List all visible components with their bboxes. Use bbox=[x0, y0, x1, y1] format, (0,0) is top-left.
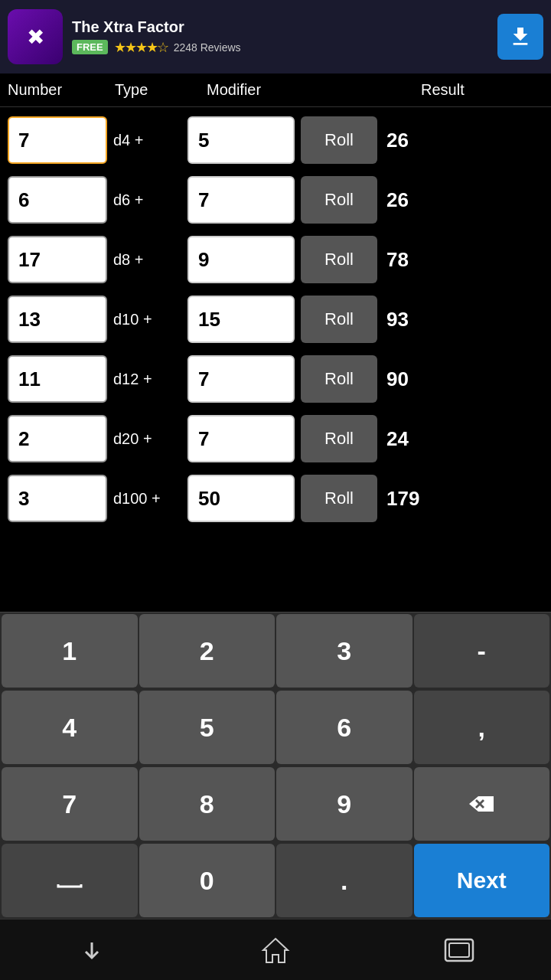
result-value-1: 26 bbox=[386, 188, 432, 212]
column-headers: Number Type Modifier Result bbox=[0, 74, 551, 107]
ad-free-badge: FREE bbox=[72, 40, 108, 54]
dice-row: 17 d8 + 9 Roll 78 bbox=[0, 230, 551, 289]
ad-meta: FREE ★★★★☆ 2248 Reviews bbox=[72, 39, 488, 56]
key-3[interactable]: 3 bbox=[276, 614, 412, 688]
dice-type-1: d6 + bbox=[107, 191, 187, 209]
home-icon bbox=[260, 935, 291, 965]
number-input-2[interactable]: 17 bbox=[8, 236, 107, 283]
ad-download-button[interactable] bbox=[497, 14, 543, 60]
dice-type-0: d4 + bbox=[107, 132, 187, 149]
key-next[interactable]: Next bbox=[414, 844, 550, 917]
key--[interactable]: . bbox=[276, 844, 412, 917]
key-0[interactable]: 0 bbox=[139, 844, 276, 917]
number-input-6[interactable]: 3 bbox=[8, 475, 107, 522]
modifier-input-4[interactable]: 7 bbox=[187, 355, 295, 403]
modifier-input-5[interactable]: 7 bbox=[187, 415, 295, 462]
header-number: Number bbox=[8, 81, 115, 99]
number-input-0[interactable]: 7 bbox=[8, 116, 107, 164]
ad-banner[interactable]: ✖ The Xtra Factor FREE ★★★★☆ 2248 Review… bbox=[0, 0, 551, 74]
number-input-1[interactable]: 6 bbox=[8, 176, 107, 224]
roll-button-2[interactable]: Roll bbox=[301, 236, 377, 283]
roll-button-6[interactable]: Roll bbox=[301, 475, 377, 522]
dice-type-4: d12 + bbox=[107, 371, 187, 388]
dice-table: 7 d4 + 5 Roll 26 6 d6 + 7 Roll 26 17 d8 … bbox=[0, 107, 551, 531]
modifier-input-0[interactable]: 5 bbox=[187, 116, 295, 164]
result-value-3: 93 bbox=[386, 308, 432, 332]
dice-type-5: d20 + bbox=[107, 430, 187, 448]
result-value-4: 90 bbox=[386, 368, 432, 391]
key--[interactable]: , bbox=[414, 691, 550, 764]
key-5[interactable]: 5 bbox=[139, 691, 276, 764]
roll-button-0[interactable]: Roll bbox=[301, 116, 377, 164]
result-value-0: 26 bbox=[386, 129, 432, 152]
header-result: Result bbox=[413, 81, 543, 99]
dice-row: 7 d4 + 5 Roll 26 bbox=[0, 110, 551, 170]
roll-button-1[interactable]: Roll bbox=[301, 176, 377, 224]
header-type: Type bbox=[115, 81, 207, 99]
result-value-2: 78 bbox=[386, 248, 432, 272]
result-value-5: 24 bbox=[386, 427, 432, 451]
key--[interactable]: - bbox=[414, 614, 550, 688]
recents-button[interactable] bbox=[429, 927, 490, 973]
back-icon bbox=[77, 935, 107, 965]
dice-row: 11 d12 + 7 Roll 90 bbox=[0, 349, 551, 409]
roll-button-5[interactable]: Roll bbox=[301, 415, 377, 462]
key-7[interactable]: 7 bbox=[2, 767, 138, 841]
key-8[interactable]: 8 bbox=[139, 767, 276, 841]
svg-marker-0 bbox=[263, 939, 288, 962]
key-9[interactable]: 9 bbox=[276, 767, 412, 841]
backspace-icon bbox=[468, 793, 495, 815]
home-button[interactable] bbox=[245, 927, 306, 973]
ad-icon: ✖ bbox=[8, 9, 63, 64]
dice-type-3: d10 + bbox=[107, 311, 187, 328]
key-2[interactable]: 2 bbox=[139, 614, 276, 688]
keyboard-row-3: 0.Next bbox=[0, 842, 551, 919]
key-6[interactable]: 6 bbox=[276, 691, 412, 764]
dice-type-2: d8 + bbox=[107, 251, 187, 269]
ad-title: The Xtra Factor bbox=[72, 18, 488, 36]
number-input-3[interactable]: 13 bbox=[8, 296, 107, 343]
roll-button-3[interactable]: Roll bbox=[301, 296, 377, 343]
keyboard-row-1: 456, bbox=[0, 689, 551, 766]
header-modifier: Modifier bbox=[207, 81, 344, 99]
navigation-bar bbox=[0, 919, 551, 980]
keyboard-row-2: 789 bbox=[0, 766, 551, 842]
key--[interactable] bbox=[414, 767, 550, 841]
recents-icon bbox=[442, 936, 476, 964]
ad-stars: ★★★★☆ bbox=[114, 39, 168, 56]
key-space[interactable] bbox=[2, 844, 138, 917]
dice-row: 3 d100 + 50 Roll 179 bbox=[0, 469, 551, 528]
key-4[interactable]: 4 bbox=[2, 691, 138, 764]
ad-reviews: 2248 Reviews bbox=[174, 41, 241, 54]
space-icon bbox=[54, 873, 85, 888]
key-1[interactable]: 1 bbox=[2, 614, 138, 688]
roll-button-4[interactable]: Roll bbox=[301, 355, 377, 403]
ad-info: The Xtra Factor FREE ★★★★☆ 2248 Reviews bbox=[72, 18, 488, 56]
result-value-6: 179 bbox=[386, 487, 432, 511]
modifier-input-1[interactable]: 7 bbox=[187, 176, 295, 224]
modifier-input-6[interactable]: 50 bbox=[187, 475, 295, 522]
back-button[interactable] bbox=[61, 927, 122, 973]
number-input-4[interactable]: 11 bbox=[8, 355, 107, 403]
svg-rect-2 bbox=[449, 943, 469, 957]
keyboard-row-0: 123- bbox=[0, 612, 551, 689]
download-icon bbox=[508, 24, 533, 49]
keyboard[interactable]: 123-456,789 0.Next bbox=[0, 612, 551, 919]
dice-row: 2 d20 + 7 Roll 24 bbox=[0, 409, 551, 469]
dice-type-6: d100 + bbox=[107, 490, 187, 508]
modifier-input-3[interactable]: 15 bbox=[187, 296, 295, 343]
modifier-input-2[interactable]: 9 bbox=[187, 236, 295, 283]
dice-row: 6 d6 + 7 Roll 26 bbox=[0, 170, 551, 230]
dice-row: 13 d10 + 15 Roll 93 bbox=[0, 289, 551, 349]
number-input-5[interactable]: 2 bbox=[8, 415, 107, 462]
